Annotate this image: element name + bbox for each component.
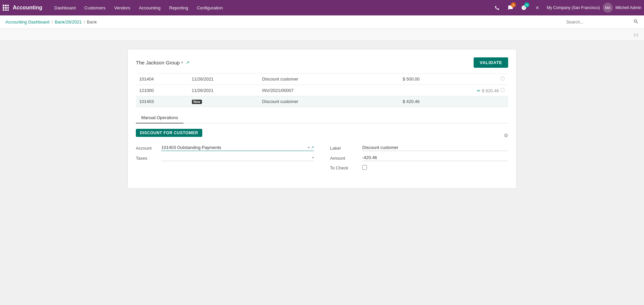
manual-ops-section: DISCOUNT FOR CUSTOMER ⚙ Account ▾ ↗ <box>136 123 508 180</box>
pagination-info: 1/1 <box>634 33 639 37</box>
svg-rect-5 <box>7 7 9 9</box>
messages-icon-btn[interactable]: 6 <box>505 2 516 13</box>
taxes-form-row: Taxes ▾ <box>136 155 314 161</box>
toolbar: 1/1 <box>0 29 644 41</box>
label-field-label: Label <box>330 146 357 151</box>
breadcrumb-sep-1: / <box>52 19 53 24</box>
topnav-right-section: 6 29 My Company (San Francisco) MA Mitch… <box>492 2 641 13</box>
username-label: Mitchell Admin <box>615 5 641 10</box>
table-row[interactable]: 101403 New Discount customer $ 420.46 <box>136 96 508 107</box>
desc-cell: INV/2021/00007 <box>259 85 365 96</box>
company-name-display: The Jackson Group <box>136 60 180 65</box>
svg-rect-7 <box>5 9 7 11</box>
menu-vendors[interactable]: Vendors <box>110 3 134 12</box>
account-field[interactable]: ▾ ↗ <box>161 145 314 151</box>
phone-icon-btn[interactable] <box>492 2 502 13</box>
svg-text:i: i <box>502 89 503 92</box>
account-label: Account <box>136 146 156 151</box>
right-amount-cell: ✏ $ 920.46 i <box>423 85 508 96</box>
breadcrumb-accounting-dashboard[interactable]: Accounting Dashboard <box>5 19 50 24</box>
user-avatar[interactable]: MA <box>603 3 613 13</box>
amount-field-label: Amount <box>330 156 357 161</box>
search-input[interactable] <box>566 19 633 24</box>
amount-cell: $ 500.00 <box>365 73 423 85</box>
messages-badge: 6 <box>511 2 516 7</box>
form-right-col: Label Amount To Check <box>330 145 508 175</box>
table-row[interactable]: 101404 11/26/2021 Discount customer $ 50… <box>136 73 508 85</box>
date-cell: New <box>189 96 259 107</box>
main-content: The Jackson Group ▾ ↗ VALIDATE 101404 11… <box>0 41 644 305</box>
new-badge: New <box>192 100 202 104</box>
desc-cell: Discount customer <box>259 73 365 85</box>
pencil-icon[interactable]: ✏ <box>477 88 481 93</box>
to-check-label: To Check <box>330 165 357 170</box>
amount-cell: $ 420.46 <box>365 96 423 107</box>
section-title: DISCOUNT FOR CUSTOMER <box>136 129 202 137</box>
svg-rect-0 <box>3 5 4 6</box>
breadcrumb-sep-2: / <box>84 19 85 24</box>
company-selector[interactable]: The Jackson Group ▾ <box>136 60 183 65</box>
top-menu: Dashboard Customers Vendors Accounting R… <box>50 3 490 12</box>
date-cell: 11/26/2021 <box>189 73 259 85</box>
gear-icon[interactable]: ⚙ <box>504 133 508 139</box>
to-check-checkbox[interactable] <box>362 165 367 170</box>
taxes-dropdown-arrow[interactable]: ▾ <box>312 156 314 159</box>
form-area: Account ▾ ↗ Taxes ▾ <box>136 145 508 175</box>
close-icon-btn[interactable] <box>532 2 543 13</box>
breadcrumb-bank: Bank <box>87 19 97 24</box>
breadcrumb-bank-26-2021[interactable]: Bank/26/2021 <box>55 19 82 24</box>
label-input[interactable] <box>362 145 508 150</box>
svg-rect-4 <box>5 7 7 9</box>
svg-rect-3 <box>3 7 4 9</box>
svg-rect-6 <box>3 9 4 11</box>
to-check-checkbox-wrapper <box>362 165 367 171</box>
app-brand: Accounting <box>13 5 42 11</box>
tabs-row: Manual Operations <box>136 112 508 123</box>
menu-configuration[interactable]: Configuration <box>193 3 227 12</box>
label-form-row: Label <box>330 145 508 151</box>
lines-table: 101404 11/26/2021 Discount customer $ 50… <box>136 73 508 107</box>
search-area <box>566 19 639 25</box>
account-form-row: Account ▾ ↗ <box>136 145 314 151</box>
right-amount-value: $ 920.46 <box>482 88 499 93</box>
tab-manual-operations[interactable]: Manual Operations <box>136 112 183 123</box>
right-amount-cell: i <box>423 73 508 85</box>
card-header: The Jackson Group ▾ ↗ VALIDATE <box>136 57 508 68</box>
amount-cell <box>365 85 423 96</box>
account-ext-link-icon[interactable]: ↗ <box>311 145 314 150</box>
clock-badge: 29 <box>524 2 529 7</box>
company-external-link-icon[interactable]: ↗ <box>186 60 190 65</box>
company-dropdown-arrow[interactable]: ▾ <box>181 60 183 65</box>
account-input[interactable] <box>161 145 307 150</box>
bank-statement-card: The Jackson Group ▾ ↗ VALIDATE 101404 11… <box>127 49 517 189</box>
svg-rect-1 <box>5 5 7 6</box>
taxes-input[interactable] <box>161 155 311 160</box>
label-field[interactable] <box>362 145 508 151</box>
section-header-row: DISCOUNT FOR CUSTOMER ⚙ <box>136 129 508 142</box>
menu-reporting[interactable]: Reporting <box>165 3 192 12</box>
date-cell: 11/26/2021 <box>189 85 259 96</box>
breadcrumb-bar: Accounting Dashboard / Bank/26/2021 / Ba… <box>0 15 644 29</box>
card-header-left: The Jackson Group ▾ ↗ <box>136 60 190 65</box>
account-cell: 101403 <box>136 96 189 107</box>
form-left-col: Account ▾ ↗ Taxes ▾ <box>136 145 314 175</box>
table-row[interactable]: 121000 11/26/2021 INV/2021/00007 ✏ $ 920… <box>136 85 508 96</box>
account-cell: 101404 <box>136 73 189 85</box>
to-check-form-row: To Check <box>330 165 508 171</box>
desc-cell: Discount customer <box>259 96 365 107</box>
amount-field[interactable] <box>362 155 508 161</box>
top-navigation: Accounting Dashboard Customers Vendors A… <box>0 0 644 15</box>
right-amount-cell <box>423 96 508 107</box>
amount-input[interactable] <box>362 155 508 160</box>
grid-menu-icon[interactable] <box>3 5 9 11</box>
svg-text:i: i <box>502 77 503 80</box>
menu-accounting[interactable]: Accounting <box>135 3 164 12</box>
taxes-field[interactable]: ▾ <box>161 155 314 161</box>
account-dropdown-arrow[interactable]: ▾ <box>308 146 310 149</box>
menu-dashboard[interactable]: Dashboard <box>50 3 80 12</box>
clock-icon-btn[interactable]: 29 <box>519 2 529 13</box>
validate-button[interactable]: VALIDATE <box>474 57 508 68</box>
search-icon-btn[interactable] <box>633 19 639 25</box>
menu-customers[interactable]: Customers <box>80 3 110 12</box>
amount-form-row: Amount <box>330 155 508 161</box>
